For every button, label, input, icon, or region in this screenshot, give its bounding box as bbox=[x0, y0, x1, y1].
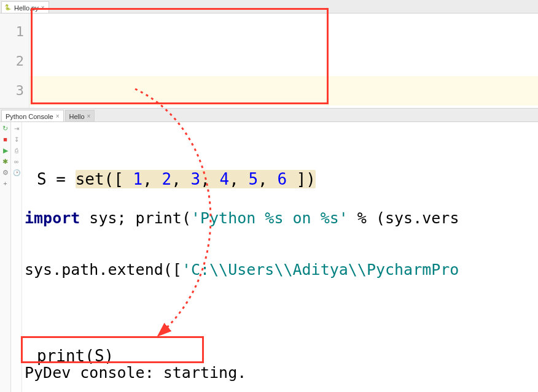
stop-icon[interactable]: ■ bbox=[2, 136, 9, 143]
editor-body: 1 2 3 S = set([ 1, 2, 3, 4, 5, 6 ]) prin… bbox=[0, 13, 538, 109]
debug-icon[interactable]: ✱ bbox=[2, 158, 9, 165]
close-icon[interactable]: × bbox=[41, 4, 45, 11]
current-line-highlight bbox=[29, 76, 538, 106]
console-toolbar: ↻ ■ ▶ ✱ ⚙ + bbox=[0, 122, 11, 392]
code-line: S = set([ 1, 2, 3, 4, 5, 6 ]) bbox=[37, 164, 538, 194]
code-line: print(S) bbox=[37, 341, 538, 371]
link-icon[interactable]: ∞ bbox=[13, 158, 20, 165]
scroll-end-icon[interactable]: ↧ bbox=[13, 136, 20, 143]
add-icon[interactable]: + bbox=[2, 180, 9, 187]
rerun-icon[interactable]: ↻ bbox=[2, 125, 9, 132]
run-icon[interactable]: ▶ bbox=[2, 147, 9, 154]
line-number: 3 bbox=[0, 76, 24, 106]
print-icon[interactable]: ⎙ bbox=[13, 147, 20, 154]
line-number: 1 bbox=[0, 17, 24, 47]
history-icon[interactable]: 🕑 bbox=[13, 169, 20, 176]
editor-tab-label: Hello.py bbox=[14, 4, 39, 12]
editor-tab-hello[interactable]: 🐍 Hello.py × bbox=[1, 1, 49, 13]
code-line bbox=[37, 253, 538, 282]
settings-icon[interactable]: ⚙ bbox=[2, 169, 9, 176]
soft-wrap-icon[interactable]: ⇥ bbox=[13, 125, 20, 132]
code-area[interactable]: S = set([ 1, 2, 3, 4, 5, 6 ]) print(S) bbox=[29, 13, 538, 108]
editor-tabbar: 🐍 Hello.py × bbox=[0, 0, 538, 13]
line-number: 2 bbox=[0, 47, 24, 76]
console-subtoolbar: ⇥ ↧ ⎙ ∞ 🕑 bbox=[11, 122, 22, 392]
line-gutter: 1 2 3 bbox=[0, 13, 29, 108]
python-file-icon: 🐍 bbox=[4, 4, 12, 12]
